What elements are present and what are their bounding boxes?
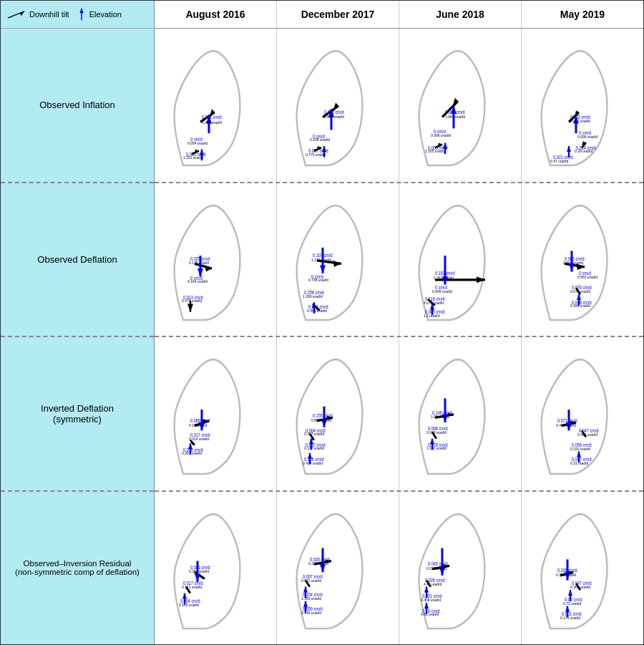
svg-text:0.309 urad/d: 0.309 urad/d — [421, 597, 441, 601]
svg-text:0.948 urad/d: 0.948 urad/d — [432, 288, 452, 293]
row-labels: Observed Inflation Observed Deflation In… — [1, 29, 154, 644]
svg-text:0.563 urad/d: 0.563 urad/d — [577, 274, 597, 278]
main-grid: August 2016 December 2017 June 2018 May … — [155, 1, 643, 644]
cell-r4-c2: 0.026 cm/d 0.323 urad/d 0.007 cm/d 0.572… — [277, 492, 399, 645]
cell-r2-c3: 0.161 cm/d 1.261 urad/d 0 cm/d 0.948 ura… — [399, 183, 522, 336]
svg-text:1.261 urad/d: 1.261 urad/d — [434, 275, 454, 279]
cell-r1-c4: 0.052 cm/d 0.607 urad/d 0 cm/d 0.009 ura… — [522, 29, 643, 182]
col-header-1: August 2016 — [155, 1, 277, 28]
cell-r2-c1: 0.025 cm/d 0.175 urad/d 0 cm/d 0.164 ura… — [155, 183, 277, 336]
svg-text:0.208 urad/d: 0.208 urad/d — [310, 137, 330, 142]
svg-text:0.736 urad/d: 0.736 urad/d — [308, 277, 328, 281]
svg-text:0.167 urad/d: 0.167 urad/d — [304, 446, 324, 450]
svg-text:0.15 urad/d: 0.15 urad/d — [189, 422, 207, 427]
svg-text:0.014 urad/d: 0.014 urad/d — [189, 437, 209, 441]
svg-text:1.165 urad/d: 1.165 urad/d — [425, 149, 445, 153]
left-panel: Downhill tilt Elevation Observed Inflati… — [1, 1, 155, 644]
svg-text:0.572 urad/d: 0.572 urad/d — [301, 578, 321, 583]
svg-text:0.481 urad/d: 0.481 urad/d — [556, 422, 576, 427]
col-header-2: December 2017 — [277, 1, 399, 28]
row-label-2: Observed Deflation — [1, 183, 154, 338]
svg-text:0.47 urad/d: 0.47 urad/d — [550, 158, 568, 163]
cell-r1-c2: 0.081 cm/d 0.849 urad/d 0 cm/d 0.208 ura… — [277, 29, 399, 182]
cell-r2-c2: 0.107 cm/d 1.212 urad/d 0 cm/d 0.736 ura… — [277, 183, 399, 336]
cell-r3-c2: 0.155 cm/d 0.886 urad/d 0.004 cm/d 0.367… — [277, 337, 399, 490]
elevation-arrow-icon — [77, 7, 87, 21]
col-header-4: May 2019 — [522, 1, 643, 28]
svg-text:0.29 urad/d: 0.29 urad/d — [575, 149, 592, 153]
data-row-1: 0.071 cm/d 0.469 urad/d 0 cm/d 0.054 ura… — [155, 29, 643, 183]
cell-r3-c1: 0.060 cm/d 0.15 urad/d 0.017 cm/d 0.014 … — [155, 337, 277, 490]
row-label-1: Observed Inflation — [1, 29, 154, 183]
svg-text:0.165 urad/d: 0.165 urad/d — [179, 602, 199, 606]
cell-r4-c3: 0.045 cm/d 0.317 urad/d 0.026 cm/d 4.61 … — [399, 492, 522, 645]
svg-text:4.61 urad/d: 4.61 urad/d — [421, 612, 439, 616]
data-rows: 0.071 cm/d 0.469 urad/d 0 cm/d 0.054 ura… — [155, 29, 643, 644]
plot-r2-c3: 0.161 cm/d 1.261 urad/d 0 cm/d 0.948 ura… — [399, 183, 521, 336]
svg-text:0.401 urad/d: 0.401 urad/d — [577, 432, 597, 436]
plot-r3-c3: 0.146 cm/d 1.09 urad/d 0.008 cm/d 0.639 … — [399, 337, 521, 490]
svg-text:0.284 urad/d: 0.284 urad/d — [189, 569, 209, 573]
plot-r1-c3: 0.080 cm/d 1.064 urad/d 0 cm/d 0.306 ura… — [399, 29, 521, 182]
svg-text:1.269 urad/d: 1.269 urad/d — [303, 294, 323, 298]
downhill-arrow-icon — [6, 9, 26, 19]
plot-r3-c4: 0.071 cm/d 0.481 urad/d 0.047 cm/d 0.401… — [522, 337, 643, 490]
main-container: Downhill tilt Elevation Observed Inflati… — [0, 0, 644, 645]
svg-text:0.071 cm/d: 0.071 cm/d — [202, 115, 222, 120]
plot-r1-c4: 0.052 cm/d 0.607 urad/d 0 cm/d 0.009 ura… — [522, 29, 643, 182]
cell-r3-c4: 0.071 cm/d 0.481 urad/d 0.047 cm/d 0.401… — [522, 337, 643, 490]
cell-r3-c3: 0.146 cm/d 1.09 urad/d 0.008 cm/d 0.639 … — [399, 337, 522, 490]
elevation-label: Elevation — [89, 10, 122, 19]
col-header-3: June 2018 — [399, 1, 522, 28]
svg-text:1.212 urad/d: 1.212 urad/d — [311, 257, 331, 261]
downhill-legend: Downhill tilt — [6, 9, 69, 19]
row-label-3: Inverted Deflation (symmetric) — [1, 337, 154, 492]
svg-text:0.473 urad/d: 0.473 urad/d — [182, 299, 202, 303]
elevation-legend: Elevation — [77, 7, 122, 21]
svg-text:0.309 urad/d: 0.309 urad/d — [556, 572, 576, 576]
plot-r2-c2: 0.107 cm/d 1.212 urad/d 0 cm/d 0.736 ura… — [277, 183, 399, 336]
plot-r2-c4: 0.096 cm/d 0.591 urad/d 0 cm/d 0.563 ura… — [522, 183, 643, 336]
svg-text:0.949 urad/d: 0.949 urad/d — [301, 610, 321, 614]
svg-text:0.054 urad/d: 0.054 urad/d — [187, 141, 208, 145]
plot-r2-c1: 0.025 cm/d 0.175 urad/d 0 cm/d 0.164 ura… — [155, 183, 276, 336]
svg-text:0.775 urad/d: 0.775 urad/d — [306, 152, 326, 156]
svg-text:0.323 urad/d: 0.323 urad/d — [308, 561, 328, 565]
svg-text:0.009 urad/d: 0.009 urad/d — [577, 135, 597, 139]
plot-r3-c2: 0.155 cm/d 0.886 urad/d 0.004 cm/d 0.367… — [277, 337, 399, 490]
header-row: August 2016 December 2017 June 2018 May … — [155, 1, 643, 29]
svg-text:1.09 urad/d: 1.09 urad/d — [431, 414, 449, 419]
data-row-3: 0.060 cm/d 0.15 urad/d 0.017 cm/d 0.014 … — [155, 337, 643, 492]
svg-text:1.064 urad/d: 1.064 urad/d — [445, 114, 465, 118]
cell-r4-c1: 0.021 cm/d 0.284 urad/d 0.017 cm/d 0.171… — [155, 492, 277, 645]
svg-text:0.367 urad/d: 0.367 urad/d — [304, 432, 324, 436]
svg-text:0.306 urad/d: 0.306 urad/d — [431, 132, 451, 137]
svg-text:0.591 urad/d: 0.591 urad/d — [563, 261, 583, 265]
data-row-2: 0.025 cm/d 0.175 urad/d 0 cm/d 0.164 ura… — [155, 183, 643, 338]
plot-r4-c1: 0.021 cm/d 0.284 urad/d 0.017 cm/d 0.171… — [155, 492, 276, 645]
svg-text:0.191 urad/d: 0.191 urad/d — [570, 446, 590, 450]
svg-text:0.164 urad/d: 0.164 urad/d — [187, 279, 208, 283]
svg-text:1.321 urad/d: 1.321 urad/d — [183, 155, 203, 160]
svg-text:4.61 urad/d: 4.61 urad/d — [424, 581, 441, 586]
row-label-4: Observed–Inversion Residual (non-symmetr… — [1, 492, 154, 645]
plot-r3-c1: 0.060 cm/d 0.15 urad/d 0.017 cm/d 0.014 … — [155, 337, 276, 490]
svg-text:0.424 urad/d: 0.424 urad/d — [303, 460, 323, 465]
plot-r4-c4: 0.026 cm/d 0.309 urad/d 0.047 cm/d 0.304… — [522, 492, 643, 645]
cell-r2-c4: 0.096 cm/d 0.591 urad/d 0 cm/d 0.563 ura… — [522, 183, 643, 336]
cell-r1-c3: 0.080 cm/d 1.064 urad/d 0 cm/d 0.306 ura… — [399, 29, 522, 182]
svg-text:0.886 urad/d: 0.886 urad/d — [311, 418, 331, 422]
svg-text:0.291 urad/d: 0.291 urad/d — [182, 451, 202, 455]
svg-marker-3 — [79, 9, 83, 13]
legend-bar: Downhill tilt Elevation — [1, 1, 154, 29]
downhill-label: Downhill tilt — [29, 10, 69, 19]
svg-text:0.176 urad/d: 0.176 urad/d — [560, 615, 580, 619]
svg-text:0.469 urad/d: 0.469 urad/d — [202, 120, 222, 124]
data-row-4: 0.021 cm/d 0.284 urad/d 0.017 cm/d 0.171… — [155, 492, 643, 645]
svg-text:0.171 urad/d: 0.171 urad/d — [182, 584, 202, 588]
cell-r4-c4: 0.026 cm/d 0.309 urad/d 0.047 cm/d 0.304… — [522, 492, 643, 645]
svg-text:1.192 urad/d: 1.192 urad/d — [426, 446, 447, 450]
plot-r4-c2: 0.026 cm/d 0.323 urad/d 0.007 cm/d 0.572… — [277, 492, 399, 645]
svg-marker-1 — [20, 11, 25, 16]
svg-text:0.607 urad/d: 0.607 urad/d — [570, 119, 590, 123]
